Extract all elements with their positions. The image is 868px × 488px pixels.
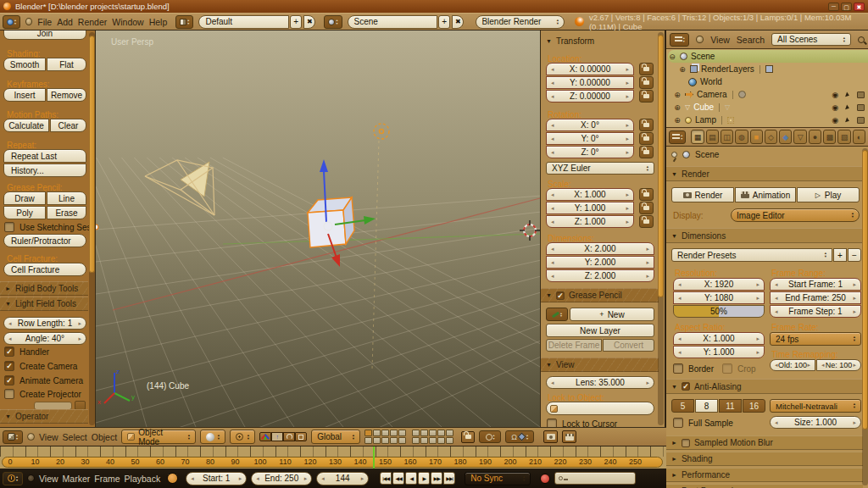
layer-toggle[interactable] — [381, 437, 389, 444]
rotation-mode-dropdown[interactable]: XYZ Euler — [546, 162, 654, 175]
maximize-button[interactable]: ▢ — [841, 3, 852, 11]
tab-material[interactable]: ● — [809, 130, 821, 144]
translate-manipulator-toggle[interactable]: ↑ — [271, 432, 283, 441]
aspect-y-field[interactable]: Y: 1.000 — [673, 346, 765, 358]
render-animation-button[interactable]: Animation — [735, 187, 796, 202]
aa-samples-8-button[interactable]: 8 — [695, 399, 718, 413]
layer-toggle[interactable] — [364, 437, 372, 444]
layers-group-2[interactable] — [412, 430, 453, 444]
outliner-scope-dropdown[interactable]: All Scenes — [771, 33, 851, 46]
aa-samples-16-button[interactable]: 16 — [743, 399, 765, 413]
start-frame-field[interactable]: Start Frame: 1 — [770, 278, 861, 291]
join-button[interactable]: Join — [3, 30, 86, 40]
timeline-frame-menu[interactable]: Frame — [94, 474, 120, 484]
shade-smooth-button[interactable]: Smooth — [3, 58, 46, 71]
next-keyframe-button[interactable] — [431, 472, 442, 485]
motion-blur-checkbox[interactable] — [682, 439, 690, 447]
tab-modifiers[interactable]: ◆ — [779, 130, 792, 144]
outliner-row-scene[interactable]: ⊖ Scene — [668, 50, 868, 63]
ruler-protractor-button[interactable]: Ruler/Protractor — [3, 234, 86, 247]
play-button[interactable]: ▷Play — [797, 187, 860, 202]
menu-add[interactable]: Add — [57, 17, 73, 27]
create-camera-checkbox[interactable]: Create Camera — [4, 361, 77, 371]
tab-constraints[interactable]: ◇ — [765, 130, 777, 144]
tab-texture[interactable]: ▩ — [823, 130, 836, 144]
time-remap-new-field[interactable]: Ne: 100 — [816, 359, 861, 371]
record-button[interactable] — [540, 474, 550, 484]
manipulator-axes-toggle[interactable] — [259, 432, 271, 441]
outliner-row-world[interactable]: World — [666, 75, 868, 88]
lock-to-scene-toggle[interactable] — [461, 431, 475, 443]
menu-help[interactable]: Help — [149, 17, 168, 27]
insert-keyframe-button[interactable]: Insert — [3, 88, 46, 102]
menu-window[interactable]: Window — [112, 17, 143, 27]
expand-icon[interactable]: ⊕ — [678, 65, 687, 74]
collapse-menus-icon[interactable] — [27, 433, 35, 441]
gp-new-layer-button[interactable]: New Layer — [546, 324, 654, 337]
lock-to-object-field[interactable] — [546, 402, 654, 415]
gp-line-button[interactable]: Line — [47, 191, 86, 205]
pivot-point-dropdown[interactable] — [230, 430, 255, 444]
gp-delete-frame-button[interactable]: Delete Frame — [546, 339, 602, 352]
end-frame-field[interactable]: End: 250 — [251, 472, 312, 485]
lens-slider[interactable]: Lens: 35.000 — [546, 376, 654, 389]
layer-toggle[interactable] — [373, 430, 381, 436]
snap-dropdown[interactable]: Ω — [505, 430, 534, 443]
layer-toggle[interactable] — [364, 430, 372, 436]
use-sketching-checkbox[interactable]: Use Sketching Ses — [4, 222, 92, 232]
lock-rotation-y-button[interactable] — [639, 132, 654, 145]
lock-location-y-button[interactable] — [639, 76, 654, 89]
collapse-menus-icon[interactable] — [696, 36, 704, 43]
aa-samples-5-button[interactable]: 5 — [671, 399, 694, 413]
resolution-percentage-slider[interactable]: 50% — [673, 305, 765, 318]
gp-poly-button[interactable]: Poly — [3, 206, 46, 219]
layer-toggle[interactable] — [412, 437, 420, 444]
tab-scene[interactable]: ◫ — [721, 130, 733, 144]
viewport-editor-selector[interactable] — [3, 430, 23, 444]
timeline-marker-menu[interactable]: Marker — [63, 474, 91, 484]
viewport-shading-dropdown[interactable] — [200, 430, 225, 444]
create-projector-checkbox[interactable]: Create Projector — [4, 389, 81, 399]
layer-toggle[interactable] — [437, 437, 445, 444]
scale-y-field[interactable]: Y: 1.000 — [546, 202, 634, 214]
layers-group-1[interactable] — [364, 430, 406, 444]
view-menu[interactable]: View — [39, 432, 58, 442]
render-engine-selector[interactable]: Blender Render — [476, 15, 565, 29]
expand-icon[interactable]: ⊕ — [673, 103, 682, 112]
timeline-ruler[interactable]: 0102030405060708090100110120130140150160… — [0, 446, 666, 469]
expand-icon[interactable]: ⊕ — [673, 116, 682, 125]
auto-keyframe-button[interactable] — [167, 473, 178, 484]
render-panel-header[interactable]: ▼Render — [666, 166, 863, 181]
3d-viewport[interactable]: User Persp (144) Cube z y x — [96, 30, 540, 427]
remove-preset-button[interactable]: − — [848, 248, 861, 262]
remove-keyframe-button[interactable]: Remove — [47, 88, 86, 102]
renderability-icon[interactable] — [857, 104, 865, 111]
screen-layout-field[interactable]: Default — [198, 15, 289, 29]
scene-field[interactable]: Scene — [348, 15, 438, 29]
performance-panel[interactable]: ►Performance — [666, 468, 863, 482]
time-remap-old-field[interactable]: Old: 100 — [770, 359, 815, 371]
outliner-row-renderlayers[interactable]: ⊕ RenderLayers — [666, 63, 868, 75]
gp-new-button[interactable]: +New — [570, 308, 654, 321]
outliner-editor-selector[interactable] — [670, 33, 689, 47]
layer-toggle[interactable] — [437, 430, 445, 436]
resolution-x-field[interactable]: X: 1920 — [673, 278, 765, 291]
opengl-render-image-button[interactable] — [543, 430, 558, 443]
screen-layout-icon[interactable] — [175, 15, 193, 29]
gp-draw-button[interactable]: Draw — [3, 191, 46, 205]
sync-dropdown[interactable]: No Sync — [465, 472, 531, 485]
previous-keyframe-button[interactable] — [392, 472, 404, 485]
lock-location-x-button[interactable] — [639, 63, 654, 75]
tab-world[interactable]: ◍ — [735, 130, 748, 144]
close-button[interactable]: ✖ — [854, 3, 865, 11]
current-frame-line[interactable] — [373, 446, 375, 469]
tab-particles[interactable]: ▧ — [837, 130, 850, 144]
display-dropdown[interactable]: Image Editor — [731, 208, 860, 222]
timeline-editor-selector[interactable] — [3, 472, 23, 485]
lock-rotation-x-button[interactable] — [639, 119, 654, 131]
menu-file[interactable]: File — [37, 17, 52, 27]
render-presets-dropdown[interactable]: Render Presets — [671, 248, 832, 262]
3d-cursor[interactable] — [520, 220, 540, 241]
layer-toggle[interactable] — [429, 430, 437, 436]
editor-type-selector[interactable] — [3, 15, 20, 29]
